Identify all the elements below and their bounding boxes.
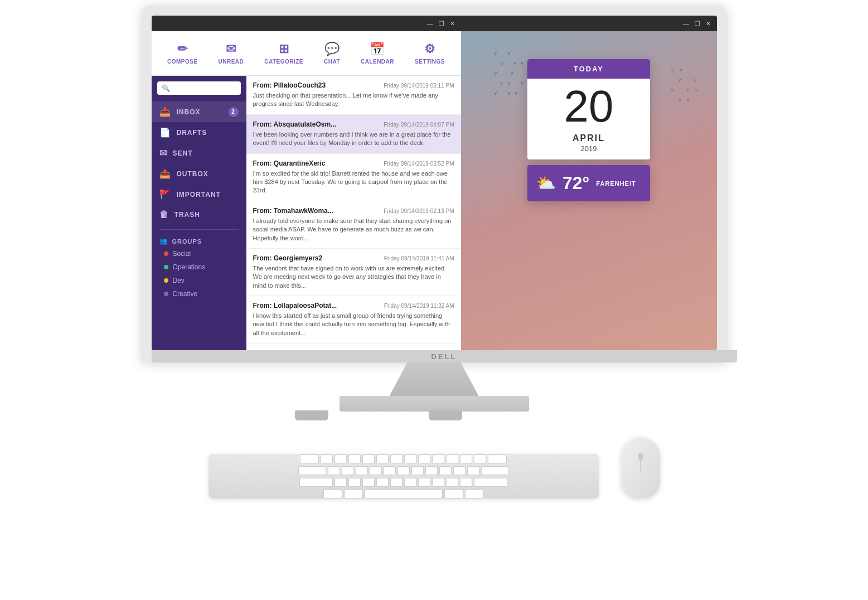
key-b[interactable]: [390, 478, 403, 487]
email-item-5[interactable]: From: LollapaloosaPotat...Friday 09/14/2…: [246, 296, 461, 343]
toolbar-categorize[interactable]: ⊞ CATEGORIZE: [264, 42, 303, 65]
compose-icon: ✏: [177, 42, 188, 56]
close-button[interactable]: ✕: [449, 20, 457, 27]
email-meta-3: From: TomahawkWoma...Friday 09/14/2019 0…: [253, 207, 454, 215]
key-n[interactable]: [404, 478, 416, 487]
key-quote[interactable]: [467, 466, 479, 475]
close-button-2[interactable]: ✕: [705, 20, 712, 27]
key-t[interactable]: [376, 454, 389, 463]
key-s[interactable]: [342, 466, 354, 475]
key-space[interactable]: [365, 490, 443, 499]
email-item-1[interactable]: From: AbsquatulateOsm...Friday 09/14/201…: [246, 115, 461, 154]
calendar-day: 20: [527, 79, 650, 129]
key-i[interactable]: [418, 454, 430, 463]
sidebar-item-trash[interactable]: 🗑 TRASH: [152, 205, 246, 225]
key-lbracket[interactable]: [460, 454, 472, 463]
dell-logo: DELL: [431, 352, 457, 361]
sidebar-item-sent[interactable]: ✉ SENT: [152, 143, 246, 163]
minimize-button[interactable]: —: [426, 20, 434, 27]
key-ctrl-r[interactable]: [465, 490, 484, 499]
key-v[interactable]: [376, 478, 389, 487]
key-l[interactable]: [439, 466, 452, 475]
inbox-label: INBOX: [177, 108, 201, 116]
maximize-button[interactable]: ❐: [438, 20, 445, 27]
toolbar-compose[interactable]: ✏ COMPOSE: [167, 42, 198, 65]
key-ctrl-l[interactable]: [323, 490, 342, 499]
sidebar-item-drafts[interactable]: 📄 DRAFTS: [152, 122, 246, 143]
calendar-toolbar-icon: 📅: [370, 42, 385, 56]
key-y[interactable]: [390, 454, 403, 463]
sidebar-item-outbox[interactable]: 📤 OUTBOX: [152, 163, 246, 184]
toolbar-chat[interactable]: 💬 CHAT: [324, 42, 340, 65]
key-rbracket[interactable]: [474, 454, 486, 463]
key-semicolon[interactable]: [453, 466, 465, 475]
drafts-label: DRAFTS: [177, 129, 207, 137]
group-dev[interactable]: Dev: [152, 274, 246, 287]
chat-label: CHAT: [324, 59, 340, 65]
key-shift-l[interactable]: [299, 478, 333, 487]
key-caps[interactable]: [298, 466, 326, 475]
sidebar-item-important[interactable]: 🚩 IMPORTANT: [152, 184, 246, 205]
birds-right-decoration: v v v v v v v v v: [671, 65, 700, 105]
key-alt-l[interactable]: [344, 490, 363, 499]
key-enter[interactable]: [481, 466, 509, 475]
key-q[interactable]: [321, 454, 333, 463]
key-tab[interactable]: [300, 454, 319, 463]
screen-inner: — ❐ ✕ ✏ COMPOSE ✉ UNREAD: [152, 16, 717, 350]
key-period[interactable]: [446, 478, 458, 487]
key-r[interactable]: [362, 454, 375, 463]
email-preview-0: Just checking on that presentation... Le…: [253, 91, 454, 109]
key-j[interactable]: [411, 466, 424, 475]
social-dot: [164, 251, 168, 256]
key-g[interactable]: [384, 466, 396, 475]
sidebar-item-inbox[interactable]: 📥 INBOX 2: [152, 101, 246, 122]
important-label: IMPORTANT: [177, 191, 221, 199]
email-from-6: From: ARTbaglady00: [253, 349, 320, 350]
mouse[interactable]: [621, 437, 660, 499]
key-slash[interactable]: [460, 478, 472, 487]
maximize-button-2[interactable]: ❐: [694, 20, 701, 27]
key-shift-r[interactable]: [474, 478, 507, 487]
key-z[interactable]: [334, 478, 347, 487]
key-x[interactable]: [348, 478, 361, 487]
key-k[interactable]: [425, 466, 438, 475]
email-item-6[interactable]: From: ARTbaglady00Friday 09/14/2019 10:1…: [246, 343, 461, 350]
toolbar-unread[interactable]: ✉ UNREAD: [219, 42, 244, 65]
email-meta-0: From: PillalooCouch23Friday 09/14/2019 0…: [253, 81, 454, 89]
search-box[interactable]: 🔍: [157, 81, 241, 95]
keyboard[interactable]: [208, 454, 599, 499]
email-date-1: Friday 09/14/2019 04:07 PM: [384, 122, 454, 128]
key-a[interactable]: [328, 466, 340, 475]
key-o[interactable]: [432, 454, 444, 463]
email-item-3[interactable]: From: TomahawkWoma...Friday 09/14/2019 0…: [246, 201, 461, 249]
group-operations[interactable]: Operations: [152, 260, 246, 274]
key-e[interactable]: [348, 454, 361, 463]
key-u[interactable]: [404, 454, 416, 463]
key-p[interactable]: [446, 454, 458, 463]
minimize-button-2[interactable]: —: [682, 20, 690, 27]
group-social[interactable]: Social: [152, 247, 246, 260]
dev-dot: [164, 278, 168, 283]
toolbar-calendar[interactable]: 📅 CALENDAR: [361, 42, 394, 65]
email-item-2[interactable]: From: QuarantineXericFriday 09/14/2019 0…: [246, 154, 461, 201]
trash-label: TRASH: [174, 211, 200, 219]
key-f[interactable]: [370, 466, 382, 475]
right-titlebar: — ❐ ✕: [461, 16, 717, 31]
key-m[interactable]: [418, 478, 430, 487]
outbox-icon: 📤: [159, 168, 171, 179]
key-w[interactable]: [334, 454, 347, 463]
key-d[interactable]: [356, 466, 368, 475]
screen: — ❐ ✕ ✏ COMPOSE ✉ UNREAD: [152, 16, 717, 350]
email-preview-4: The vendors that have signed on to work …: [253, 264, 454, 290]
key-h[interactable]: [397, 466, 410, 475]
group-creative[interactable]: Creative: [152, 287, 246, 301]
email-item-4[interactable]: From: Georgiemyers2Friday 09/14/2019 11:…: [246, 249, 461, 296]
key-backslash[interactable]: [488, 454, 507, 463]
unread-icon: ✉: [226, 42, 236, 56]
toolbar-settings[interactable]: ⚙ SETTINGS: [415, 42, 445, 65]
key-comma[interactable]: [432, 478, 444, 487]
key-alt-r[interactable]: [444, 490, 463, 499]
creative-label: Creative: [173, 290, 198, 298]
key-c[interactable]: [362, 478, 375, 487]
email-item-0[interactable]: From: PillalooCouch23Friday 09/14/2019 0…: [246, 76, 461, 115]
